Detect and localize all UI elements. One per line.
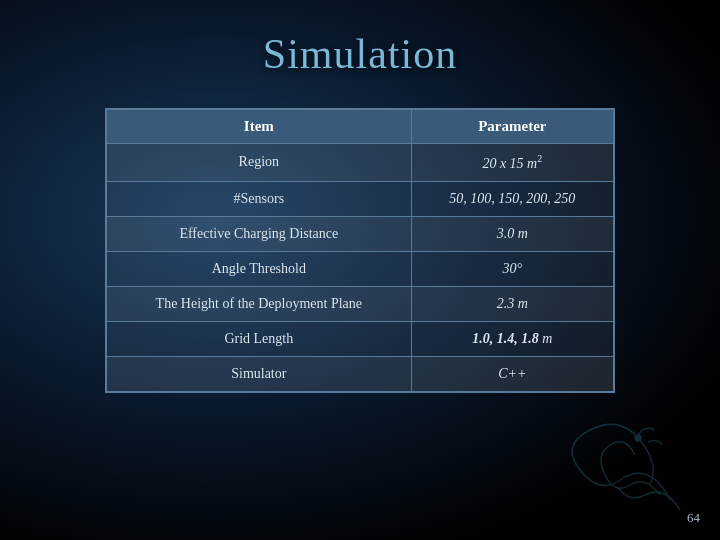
header-parameter: Parameter bbox=[411, 109, 614, 144]
table-cell-item: Angle Threshold bbox=[106, 251, 411, 286]
table-row: Effective Charging Distance3.0 m bbox=[106, 216, 614, 251]
table-row: Angle Threshold30° bbox=[106, 251, 614, 286]
table-cell-item: Effective Charging Distance bbox=[106, 216, 411, 251]
dragon-watermark bbox=[530, 400, 690, 520]
table-cell-item: Region bbox=[106, 144, 411, 182]
header-item: Item bbox=[106, 109, 411, 144]
main-content: Simulation Item Parameter Region20 x 15 … bbox=[0, 0, 720, 393]
table-cell-item: Grid Length bbox=[106, 321, 411, 356]
table-header-row: Item Parameter bbox=[106, 109, 614, 144]
table-cell-parameter: 1.0, 1.4, 1.8 m bbox=[411, 321, 614, 356]
table-cell-item: Simulator bbox=[106, 356, 411, 392]
table-cell-parameter: 20 x 15 m2 bbox=[411, 144, 614, 182]
svg-point-0 bbox=[635, 435, 641, 441]
page-number: 64 bbox=[687, 510, 700, 526]
table-cell-parameter: 50, 100, 150, 200, 250 bbox=[411, 181, 614, 216]
table-cell-item: #Sensors bbox=[106, 181, 411, 216]
table-row: The Height of the Deployment Plane2.3 m bbox=[106, 286, 614, 321]
table-row: SimulatorC++ bbox=[106, 356, 614, 392]
table-row: Region20 x 15 m2 bbox=[106, 144, 614, 182]
table-cell-parameter: 3.0 m bbox=[411, 216, 614, 251]
table-cell-parameter: C++ bbox=[411, 356, 614, 392]
table-cell-parameter: 30° bbox=[411, 251, 614, 286]
table-row: #Sensors50, 100, 150, 200, 250 bbox=[106, 181, 614, 216]
simulation-table: Item Parameter Region20 x 15 m2#Sensors5… bbox=[105, 108, 615, 393]
page-title: Simulation bbox=[263, 30, 457, 78]
table-row: Grid Length1.0, 1.4, 1.8 m bbox=[106, 321, 614, 356]
table-cell-parameter: 2.3 m bbox=[411, 286, 614, 321]
simulation-table-container: Item Parameter Region20 x 15 m2#Sensors5… bbox=[105, 108, 615, 393]
table-cell-item: The Height of the Deployment Plane bbox=[106, 286, 411, 321]
